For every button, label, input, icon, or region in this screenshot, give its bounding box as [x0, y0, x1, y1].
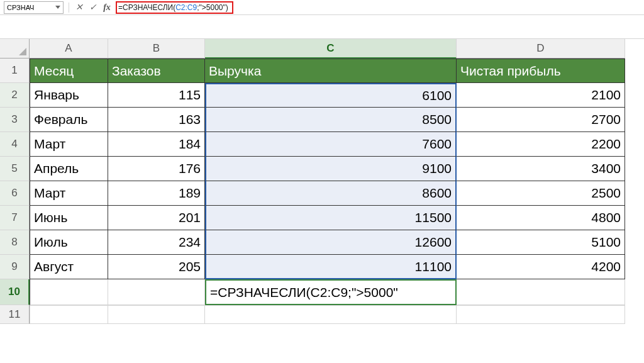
cell[interactable]: 4800 — [457, 206, 625, 230]
cell-selected[interactable]: 9100 — [205, 157, 457, 181]
table-row: 4 Март 184 7600 2200 — [0, 132, 625, 157]
row-header[interactable]: 2 — [0, 83, 30, 108]
cell[interactable]: 184 — [108, 132, 205, 157]
cell[interactable]: 3400 — [457, 157, 625, 181]
cell[interactable]: Июнь — [30, 206, 108, 230]
cell[interactable]: Апрель — [30, 157, 108, 181]
cell[interactable]: Февраль — [30, 108, 108, 132]
separator — [69, 3, 69, 13]
row-header[interactable]: 4 — [0, 132, 30, 157]
cell[interactable]: Август — [30, 255, 108, 279]
cell[interactable]: 2200 — [457, 132, 625, 157]
header-cell[interactable]: Заказов — [108, 59, 205, 83]
cell-selected[interactable]: 12600 — [205, 230, 457, 255]
cell-blank[interactable] — [457, 305, 625, 324]
cell-selected[interactable]: 8600 — [205, 181, 457, 206]
col-header-D[interactable]: D — [457, 39, 625, 59]
cell-blank[interactable] — [457, 279, 625, 305]
table-row: 7 Июнь 201 11500 4800 — [0, 206, 625, 230]
row-header[interactable]: 6 — [0, 181, 30, 206]
row-header[interactable]: 5 — [0, 157, 30, 181]
ribbon-spacer — [0, 15, 644, 39]
cell[interactable]: 5100 — [457, 230, 625, 255]
row-header[interactable]: 8 — [0, 230, 30, 255]
name-box[interactable]: СРЗНАЧ — [4, 1, 64, 14]
cell[interactable]: 2500 — [457, 181, 625, 206]
editing-cell[interactable]: =СРЗНАЧЕСЛИ(C2:C9;">5000" — [205, 279, 457, 305]
cell[interactable]: 201 — [108, 206, 205, 230]
cell-blank[interactable] — [108, 305, 205, 324]
fx-icon[interactable]: fx — [102, 3, 112, 13]
table-row: 10 =СРЗНАЧЕСЛИ(C2:C9;">5000" — [0, 279, 625, 305]
row-header-active[interactable]: 10 — [0, 279, 30, 305]
cell-selected[interactable]: 6100 — [205, 83, 457, 108]
enter-icon[interactable]: ✓ — [88, 3, 98, 13]
cell[interactable]: Март — [30, 181, 108, 206]
chevron-down-icon[interactable] — [55, 6, 60, 9]
cell-blank[interactable] — [205, 305, 457, 324]
formula-bar: СРЗНАЧ ✕ ✓ fx =СРЗНАЧЕСЛИ(C2:C9;">5000") — [0, 0, 644, 15]
header-cell[interactable]: Месяц — [30, 59, 108, 83]
cancel-icon[interactable]: ✕ — [74, 3, 84, 13]
col-header-B[interactable]: B — [108, 39, 205, 59]
formula-text: =СРЗНАЧЕСЛИ(C2:C9;">5000") — [118, 3, 228, 12]
cell-selected[interactable]: 11500 — [205, 206, 457, 230]
spreadsheet-grid: A B C D 1 Месяц Заказов Выручка Чистая п… — [0, 39, 644, 324]
cell[interactable]: 234 — [108, 230, 205, 255]
cell-selected[interactable]: 11100 — [205, 255, 457, 279]
table-row: 1 Месяц Заказов Выручка Чистая прибыль — [0, 59, 625, 83]
row-header[interactable]: 11 — [0, 305, 30, 324]
cell-selected[interactable]: 8500 — [205, 108, 457, 132]
cell[interactable]: Март — [30, 132, 108, 157]
grid-body: 1 Месяц Заказов Выручка Чистая прибыль 2… — [0, 59, 625, 324]
select-all-corner[interactable] — [0, 39, 30, 59]
cell[interactable]: 115 — [108, 83, 205, 108]
column-headers: A B C D — [30, 39, 625, 59]
cell[interactable]: 189 — [108, 181, 205, 206]
cell[interactable]: 2700 — [457, 108, 625, 132]
formula-input-highlight[interactable]: =СРЗНАЧЕСЛИ(C2:C9;">5000") — [116, 1, 233, 14]
table-row: 3 Февраль 163 8500 2700 — [0, 108, 625, 132]
table-row: 11 — [0, 305, 625, 324]
cell[interactable]: Январь — [30, 83, 108, 108]
row-header[interactable]: 1 — [0, 59, 30, 83]
cell-blank[interactable] — [108, 279, 205, 305]
cell-selected[interactable]: 7600 — [205, 132, 457, 157]
cell-blank[interactable] — [30, 305, 108, 324]
cell[interactable]: 4200 — [457, 255, 625, 279]
cell[interactable]: 176 — [108, 157, 205, 181]
table-row: 9 Август 205 11100 4200 — [0, 255, 625, 279]
col-header-A[interactable]: A — [30, 39, 108, 59]
header-cell[interactable]: Чистая прибыль — [457, 59, 625, 83]
cell[interactable]: 163 — [108, 108, 205, 132]
cell[interactable]: Июль — [30, 230, 108, 255]
cell[interactable]: 2100 — [457, 83, 625, 108]
row-header[interactable]: 3 — [0, 108, 30, 132]
table-row: 8 Июль 234 12600 5100 — [0, 230, 625, 255]
col-header-C[interactable]: C — [205, 39, 457, 59]
table-row: 2 Январь 115 6100 2100 — [0, 83, 625, 108]
cell-blank[interactable] — [30, 279, 108, 305]
cell[interactable]: 205 — [108, 255, 205, 279]
row-header[interactable]: 7 — [0, 206, 30, 230]
table-row: 6 Март 189 8600 2500 — [0, 181, 625, 206]
table-row: 5 Апрель 176 9100 3400 — [0, 157, 625, 181]
row-header[interactable]: 9 — [0, 255, 30, 279]
header-cell[interactable]: Выручка — [205, 59, 457, 83]
name-box-value: СРЗНАЧ — [7, 4, 34, 11]
